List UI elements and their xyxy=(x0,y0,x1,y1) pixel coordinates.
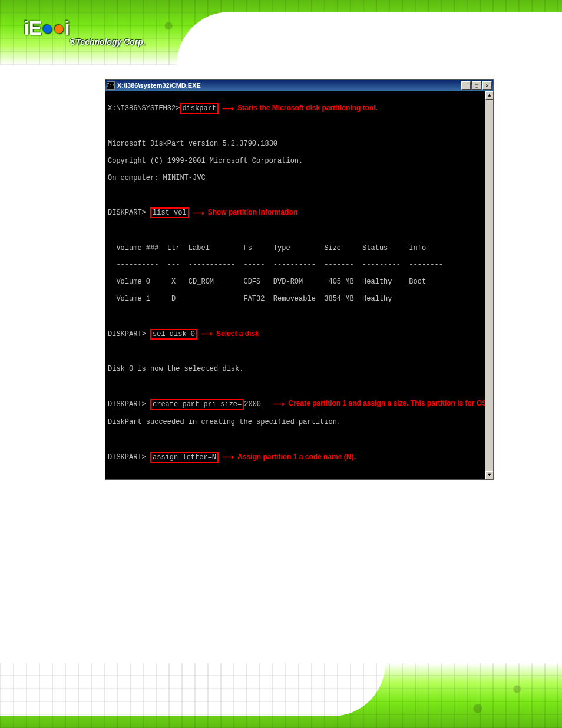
annotation-diskpart: Starts the Microsoft disk partitioning t… xyxy=(237,104,378,112)
page-footer-band xyxy=(0,663,562,728)
annotation-listvol: Show partition information xyxy=(208,208,298,216)
scroll-up-button[interactable]: ▲ xyxy=(485,91,493,100)
logo-subtitle: ®Technology Corp. xyxy=(70,37,146,47)
vol-row: Volume 1 D FAT32 Removeable 3854 MB Heal… xyxy=(108,295,491,303)
terminal-body: X:\I386\SYSTEM32>diskpart⟶Starts the Mic… xyxy=(105,91,493,479)
cmd-create1-size: 2000 xyxy=(244,400,261,409)
cmd-window: C:\ X:\I386\system32\CMD.EXE _ ▢ ✕ X:\I3… xyxy=(105,79,494,480)
scroll-down-button[interactable]: ▼ xyxy=(485,471,493,479)
annotation-create1: Create partition 1 and assign a size. Th… xyxy=(288,399,493,407)
arrow-icon: ⟶ xyxy=(219,452,237,462)
scrollbar-vertical[interactable]: ▲ ▼ xyxy=(485,91,493,479)
annotation-seldisk: Select a disk xyxy=(216,330,259,338)
logo-dot-orange: ● xyxy=(53,17,65,39)
cmd-diskpart: diskpart xyxy=(180,103,219,114)
diskpart-computer: On computer: MININT-JVC xyxy=(108,174,491,182)
maximize-button[interactable]: ▢ xyxy=(472,81,481,90)
prompt: DISKPART> xyxy=(108,400,150,409)
title-bar[interactable]: C:\ X:\I386\system32\CMD.EXE _ ▢ ✕ xyxy=(105,80,493,91)
header-curve xyxy=(177,12,562,65)
vol-row: Volume 0 X CD_ROM CDFS DVD-ROM 405 MB He… xyxy=(108,278,491,286)
prompt: DISKPART> xyxy=(108,453,150,462)
cmd-listvol: list vol xyxy=(150,207,189,218)
diskpart-copyright: Copyright (C) 1999-2001 Microsoft Corpor… xyxy=(108,157,491,165)
cmd-create1: create part pri size= xyxy=(150,399,244,410)
logo-dot-blue: ● xyxy=(41,17,53,39)
page-header-band: iE●●i ®Technology Corp. xyxy=(0,0,562,65)
arrow-icon: ⟶ xyxy=(189,208,208,218)
logo-prefix: iE xyxy=(24,17,41,39)
cmd-seldisk: sel disk 0 xyxy=(150,329,197,340)
cmd-assign-n: assign letter=N xyxy=(150,452,219,463)
vol-divider: ---------- --- ----------- ----- -------… xyxy=(108,261,491,269)
cmd-icon: C:\ xyxy=(107,81,115,90)
annotation-assign-n: Assign partition 1 a code name (N). xyxy=(237,453,356,461)
window-controls: _ ▢ ✕ xyxy=(461,81,492,90)
prompt: DISKPART> xyxy=(108,330,150,338)
minimize-button[interactable]: _ xyxy=(461,81,471,90)
msg-seldisk: Disk 0 is now the selected disk. xyxy=(108,365,491,373)
close-button[interactable]: ✕ xyxy=(482,81,492,90)
logo: iE●●i ®Technology Corp. xyxy=(24,17,146,47)
prompt: X:\I386\SYSTEM32> xyxy=(108,104,180,113)
footer-texture xyxy=(0,663,562,728)
logo-main: iE●●i xyxy=(24,17,146,39)
prompt: DISKPART> xyxy=(108,209,150,217)
logo-suffix: i xyxy=(64,17,69,39)
arrow-icon: ⟶ xyxy=(197,329,216,339)
diskpart-version: Microsoft DiskPart version 5.2.3790.1830 xyxy=(108,140,491,148)
msg-create-ok: DiskPart succeeded in creating the speci… xyxy=(108,418,491,426)
arrow-icon: ⟶ xyxy=(219,104,237,114)
window-title: X:\I386\system32\CMD.EXE xyxy=(117,82,461,89)
arrow-icon: ⟶ xyxy=(269,399,288,409)
vol-header: Volume ### Ltr Label Fs Type Size Status… xyxy=(108,244,491,252)
